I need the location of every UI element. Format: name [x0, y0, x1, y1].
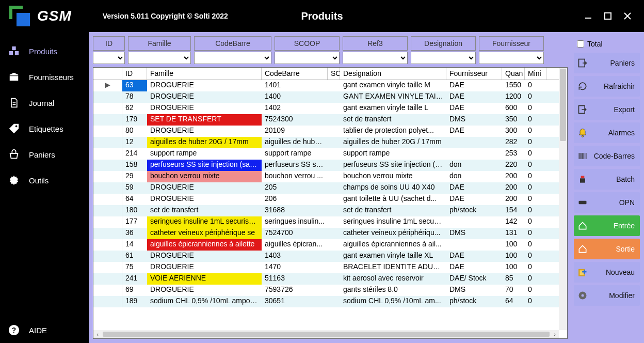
col-header-fam[interactable]: Famille [147, 68, 262, 80]
action-label: Code-Barres [591, 152, 640, 160]
maximize-button[interactable] [603, 11, 613, 21]
sidebar-item-paniers[interactable]: Paniers [0, 142, 89, 167]
cell-fr: ph/stock [446, 205, 502, 216]
table-row[interactable]: 78DROGUERIE1400GANT EXAMEN VINYLE TAILLE… [93, 91, 559, 103]
cell-sc [328, 194, 340, 205]
filter-select-fr[interactable] [479, 52, 544, 64]
table-row[interactable]: 61DROGUERIE1403gant examen vinyle taille… [93, 251, 559, 262]
vertical-scrollbar[interactable] [559, 68, 567, 330]
action-modifier[interactable]: Modifier [574, 285, 640, 306]
cell-dg: gant examen vinyle taille XL [340, 251, 446, 262]
cell-qt: 154 [502, 205, 525, 216]
table-body[interactable]: ▶63DROGUERIE1401gant examen vinyle taill… [93, 80, 559, 330]
minimize-button[interactable] [583, 11, 593, 21]
action-paniers[interactable]: Paniers [574, 53, 640, 73]
action-entrée[interactable]: Entrée [574, 215, 640, 236]
cell-dg: gant examen vinyle taille L [340, 103, 446, 114]
sidebar-item-fournisseurs[interactable]: Fournisseurs [0, 64, 89, 90]
table-row[interactable]: 59DROGUERIE205champs de soins UU 40 X40D… [93, 182, 559, 194]
filter-select-fam[interactable] [128, 52, 191, 64]
col-header-fr[interactable]: Fournisseur [446, 68, 502, 80]
total-label: Total [587, 40, 603, 48]
col-header-mn[interactable]: Mini [525, 68, 546, 80]
action-alarmes[interactable]: Alarmes [574, 122, 640, 143]
action-rafraichir[interactable]: Rafraichir [574, 76, 640, 97]
action-code-barres[interactable]: Code-Barres [574, 146, 640, 166]
table-row[interactable]: 180set de transfert31688set de transfert… [93, 205, 559, 216]
cell-qt: 200 [502, 194, 525, 205]
table-row[interactable]: 80DROGUERIE20109tablier de protection po… [93, 126, 559, 137]
cell-dg: gant toilette à UU (sachet d... [340, 194, 446, 205]
total-checkbox-row[interactable]: Total [574, 37, 640, 51]
cell-cb: 1402 [262, 103, 328, 114]
action-batch[interactable]: Batch [574, 169, 640, 190]
close-button[interactable] [622, 11, 633, 21]
table-row[interactable]: 29bouchon verrou mixtebouchon verrou ...… [93, 171, 559, 182]
cell-sc [328, 251, 340, 262]
table-row[interactable]: 62DROGUERIE1402gant examen vinyle taille… [93, 103, 559, 114]
cell-fr: DMS [446, 114, 502, 126]
cell-mn: 0 [525, 103, 546, 114]
table-row[interactable]: 69DROGUERIE7593726gants stériles 8.0DMS7… [93, 285, 559, 296]
table-row[interactable]: 158perfuseurs SS site injection (sachepe… [93, 160, 559, 171]
cell-fam: DROGUERIE [147, 194, 262, 205]
table-row[interactable]: 14aiguilles épicranniennes à ailetteaigu… [93, 239, 559, 251]
cell-qt: 600 [502, 103, 525, 114]
col-header-id[interactable]: ID [122, 68, 147, 80]
sidebar-item-journal[interactable]: Journal [0, 90, 89, 116]
filter-select-id[interactable] [93, 52, 125, 64]
col-header-ind[interactable] [93, 68, 122, 80]
filter-select-dg[interactable] [411, 52, 476, 64]
table-row[interactable]: 179SET DE TRANSFERT7524300set de transfe… [93, 114, 559, 126]
cell-id: 36 [122, 228, 147, 239]
cell-id: 61 [122, 251, 147, 262]
tag-icon [8, 123, 20, 134]
cell-id: 62 [122, 103, 147, 114]
table-row[interactable]: 177seringues insuline 1mL securiséesseri… [93, 216, 559, 228]
cell-mn: 0 [525, 160, 546, 171]
col-header-cb[interactable]: CodeBarre [262, 68, 328, 80]
cell-fr: DAE [446, 194, 502, 205]
col-header-qt[interactable]: Quan [502, 68, 525, 80]
table-row[interactable]: ▶63DROGUERIE1401gant examen vinyle taill… [93, 80, 559, 91]
table-row[interactable]: 241VOIE AERIENNE51163kit aerosol avec re… [93, 273, 559, 285]
bell-icon [574, 128, 591, 138]
action-sortie[interactable]: Sortie [574, 239, 640, 259]
sidebar-item-label: Journal [29, 99, 54, 107]
sidebar-item-etiquettes[interactable]: Etiquettes [0, 116, 89, 142]
cell-cb: 20109 [262, 126, 328, 137]
app-name: GSM [37, 8, 72, 24]
cell-fr: DAE [446, 91, 502, 103]
total-checkbox[interactable] [577, 40, 584, 48]
action-nouveau[interactable]: Nouveau [574, 262, 640, 283]
cell-cb: perfuseurs SS site i... [262, 160, 328, 171]
help-icon: ? [8, 324, 20, 336]
cell-fam: catheter veineux périphérique se [147, 228, 262, 239]
col-header-dg[interactable]: Designation [340, 68, 446, 80]
cell-ind [93, 273, 122, 285]
table-row[interactable]: 214support rampesupport rampesupport ram… [93, 148, 559, 160]
filter-bar: IDFamilleCodeBarreSCOOPRef3DesignationFo… [93, 36, 568, 64]
table-row[interactable]: 189sodium CHL 0,9% /10mL ampoule30651sod… [93, 296, 559, 307]
horizontal-scrollbar[interactable]: ‹› [93, 330, 559, 338]
sidebar-item-produits[interactable]: Produits [0, 38, 89, 64]
col-header-sc[interactable]: SC [328, 68, 340, 80]
table-row[interactable]: 75DROGUERIE1470BRACELET IDENTITE ADULTED… [93, 262, 559, 273]
table-row[interactable]: 64DROGUERIE206gant toilette à UU (sachet… [93, 194, 559, 205]
filter-select-cb[interactable] [194, 52, 271, 64]
cell-qt: 70 [502, 285, 525, 296]
sidebar-item-help[interactable]: ?AIDE [0, 317, 89, 343]
cell-mn: 0 [525, 262, 546, 273]
cell-qt: 200 [502, 171, 525, 182]
cell-sc [328, 273, 340, 285]
action-opn[interactable]: OPN [574, 192, 640, 213]
filter-select-sc[interactable] [275, 52, 340, 64]
cell-sc [328, 171, 340, 182]
sidebar-item-outils[interactable]: Outils [0, 167, 89, 193]
action-export[interactable]: Export [574, 99, 640, 120]
filter-select-r3[interactable] [343, 52, 408, 64]
cell-ind [93, 239, 122, 251]
table-row[interactable]: 36catheter veineux périphérique se752470… [93, 228, 559, 239]
table-row[interactable]: 12aiguilles de huber 20G / 17mmaiguilles… [93, 137, 559, 148]
filter-header-r3: Ref3 [343, 36, 408, 51]
